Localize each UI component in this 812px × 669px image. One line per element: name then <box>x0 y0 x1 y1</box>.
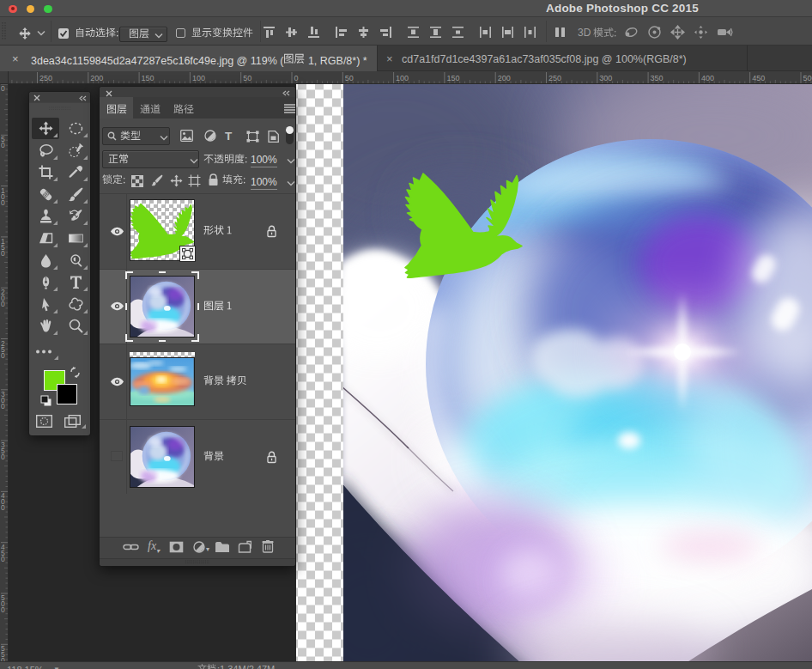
svg-text:100: 100 <box>396 74 409 82</box>
svg-text:50: 50 <box>345 74 354 82</box>
svg-text:450: 450 <box>752 74 765 82</box>
svg-text:0: 0 <box>1 249 5 258</box>
svg-text:0: 0 <box>1 141 5 149</box>
svg-text:0: 0 <box>1 402 5 411</box>
svg-text:0: 0 <box>1 198 5 207</box>
svg-text:500: 500 <box>803 74 812 82</box>
svg-text:0: 0 <box>1 84 5 93</box>
svg-text:400: 400 <box>701 74 714 82</box>
svg-text:250: 250 <box>39 74 52 82</box>
svg-text:300: 300 <box>599 74 612 82</box>
svg-text:0: 0 <box>1 453 5 461</box>
svg-text:50: 50 <box>243 74 251 82</box>
svg-text:0: 0 <box>1 605 5 614</box>
svg-text:0: 0 <box>1 351 5 360</box>
svg-text:150: 150 <box>142 74 155 82</box>
svg-text:150: 150 <box>446 74 459 82</box>
svg-text:200: 200 <box>498 74 511 82</box>
svg-text:0: 0 <box>1 503 5 512</box>
svg-text:0: 0 <box>1 555 5 563</box>
svg-text:250: 250 <box>548 74 561 82</box>
svg-text:200: 200 <box>90 74 103 82</box>
svg-text:350: 350 <box>651 74 664 82</box>
svg-text:0: 0 <box>1 300 5 308</box>
svg-text:0: 0 <box>294 74 299 82</box>
svg-text:100: 100 <box>192 74 205 82</box>
